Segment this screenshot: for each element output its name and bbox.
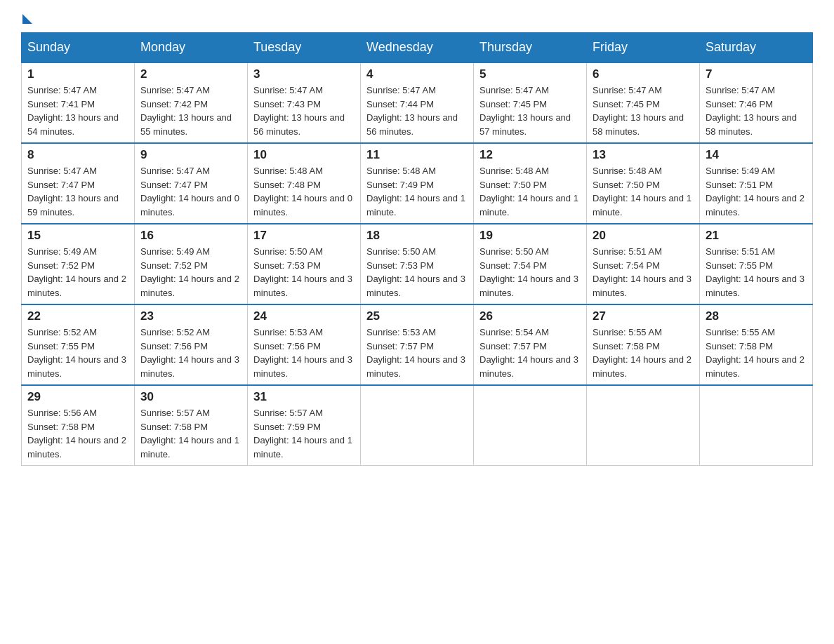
day-info: Sunrise: 5:48 AMSunset: 7:50 PMDaylight:… — [479, 164, 581, 219]
calendar-cell: 9Sunrise: 5:47 AMSunset: 7:47 PMDaylight… — [135, 143, 248, 224]
logo-general — [21, 18, 32, 24]
calendar-cell: 3Sunrise: 5:47 AMSunset: 7:43 PMDaylight… — [248, 62, 361, 143]
day-number: 17 — [253, 229, 355, 243]
day-info: Sunrise: 5:56 AMSunset: 7:58 PMDaylight:… — [27, 406, 128, 461]
day-number: 29 — [27, 390, 128, 404]
day-info: Sunrise: 5:47 AMSunset: 7:43 PMDaylight:… — [253, 83, 355, 138]
day-number: 12 — [479, 148, 581, 162]
day-number: 31 — [253, 390, 355, 404]
day-number: 16 — [140, 229, 241, 243]
calendar-cell: 12Sunrise: 5:48 AMSunset: 7:50 PMDayligh… — [474, 143, 587, 224]
day-number: 13 — [593, 148, 694, 162]
day-info: Sunrise: 5:47 AMSunset: 7:45 PMDaylight:… — [593, 83, 694, 138]
day-info: Sunrise: 5:55 AMSunset: 7:58 PMDaylight:… — [593, 326, 694, 380]
calendar-cell: 18Sunrise: 5:50 AMSunset: 7:53 PMDayligh… — [361, 224, 474, 304]
calendar-cell: 28Sunrise: 5:55 AMSunset: 7:58 PMDayligh… — [700, 304, 813, 385]
day-info: Sunrise: 5:55 AMSunset: 7:58 PMDaylight:… — [706, 326, 807, 380]
week-row-1: 1Sunrise: 5:47 AMSunset: 7:41 PMDaylight… — [22, 62, 813, 143]
calendar-table: SundayMondayTuesdayWednesdayThursdayFrid… — [21, 32, 813, 466]
calendar-cell: 16Sunrise: 5:49 AMSunset: 7:52 PMDayligh… — [135, 224, 248, 304]
page-header — [21, 14, 813, 25]
calendar-cell: 26Sunrise: 5:54 AMSunset: 7:57 PMDayligh… — [474, 304, 587, 385]
day-info: Sunrise: 5:49 AMSunset: 7:52 PMDaylight:… — [27, 245, 128, 300]
calendar-cell: 22Sunrise: 5:52 AMSunset: 7:55 PMDayligh… — [22, 304, 135, 385]
day-number: 26 — [479, 309, 581, 323]
calendar-cell — [474, 385, 587, 466]
calendar-cell — [700, 385, 813, 466]
calendar-cell: 20Sunrise: 5:51 AMSunset: 7:54 PMDayligh… — [587, 224, 700, 304]
calendar-cell: 13Sunrise: 5:48 AMSunset: 7:50 PMDayligh… — [587, 143, 700, 224]
day-number: 23 — [140, 309, 241, 323]
day-info: Sunrise: 5:47 AMSunset: 7:47 PMDaylight:… — [140, 164, 241, 219]
day-number: 18 — [366, 229, 468, 243]
day-info: Sunrise: 5:52 AMSunset: 7:55 PMDaylight:… — [27, 326, 128, 380]
day-info: Sunrise: 5:57 AMSunset: 7:58 PMDaylight:… — [140, 406, 241, 461]
col-header-friday: Friday — [587, 33, 700, 63]
calendar-cell: 8Sunrise: 5:47 AMSunset: 7:47 PMDaylight… — [22, 143, 135, 224]
day-number: 15 — [27, 229, 128, 243]
day-info: Sunrise: 5:50 AMSunset: 7:53 PMDaylight:… — [253, 245, 355, 300]
calendar-cell: 5Sunrise: 5:47 AMSunset: 7:45 PMDaylight… — [474, 62, 587, 143]
calendar-cell: 10Sunrise: 5:48 AMSunset: 7:48 PMDayligh… — [248, 143, 361, 224]
week-row-2: 8Sunrise: 5:47 AMSunset: 7:47 PMDaylight… — [22, 143, 813, 224]
logo-arrow-icon — [22, 14, 32, 24]
day-number: 28 — [706, 309, 807, 323]
calendar-cell: 19Sunrise: 5:50 AMSunset: 7:54 PMDayligh… — [474, 224, 587, 304]
day-info: Sunrise: 5:49 AMSunset: 7:51 PMDaylight:… — [706, 164, 807, 219]
calendar-cell — [587, 385, 700, 466]
calendar-cell: 24Sunrise: 5:53 AMSunset: 7:56 PMDayligh… — [248, 304, 361, 385]
day-number: 11 — [366, 148, 468, 162]
day-number: 8 — [27, 148, 128, 162]
col-header-saturday: Saturday — [700, 33, 813, 63]
day-info: Sunrise: 5:50 AMSunset: 7:53 PMDaylight:… — [366, 245, 468, 300]
day-number: 3 — [253, 67, 355, 81]
calendar-cell: 21Sunrise: 5:51 AMSunset: 7:55 PMDayligh… — [700, 224, 813, 304]
day-number: 25 — [366, 309, 468, 323]
day-info: Sunrise: 5:51 AMSunset: 7:55 PMDaylight:… — [706, 245, 807, 300]
day-info: Sunrise: 5:51 AMSunset: 7:54 PMDaylight:… — [593, 245, 694, 300]
calendar-cell: 14Sunrise: 5:49 AMSunset: 7:51 PMDayligh… — [700, 143, 813, 224]
day-info: Sunrise: 5:50 AMSunset: 7:54 PMDaylight:… — [479, 245, 581, 300]
day-info: Sunrise: 5:57 AMSunset: 7:59 PMDaylight:… — [253, 406, 355, 461]
day-number: 7 — [706, 67, 807, 81]
day-number: 19 — [479, 229, 581, 243]
day-number: 5 — [479, 67, 581, 81]
calendar-cell: 25Sunrise: 5:53 AMSunset: 7:57 PMDayligh… — [361, 304, 474, 385]
day-info: Sunrise: 5:48 AMSunset: 7:49 PMDaylight:… — [366, 164, 468, 219]
day-info: Sunrise: 5:49 AMSunset: 7:52 PMDaylight:… — [140, 245, 241, 300]
calendar-cell: 23Sunrise: 5:52 AMSunset: 7:56 PMDayligh… — [135, 304, 248, 385]
day-number: 22 — [27, 309, 128, 323]
day-number: 10 — [253, 148, 355, 162]
calendar-cell: 1Sunrise: 5:47 AMSunset: 7:41 PMDaylight… — [22, 62, 135, 143]
day-number: 21 — [706, 229, 807, 243]
calendar-cell: 4Sunrise: 5:47 AMSunset: 7:44 PMDaylight… — [361, 62, 474, 143]
calendar-cell: 7Sunrise: 5:47 AMSunset: 7:46 PMDaylight… — [700, 62, 813, 143]
day-info: Sunrise: 5:53 AMSunset: 7:57 PMDaylight:… — [366, 326, 468, 380]
week-row-5: 29Sunrise: 5:56 AMSunset: 7:58 PMDayligh… — [22, 385, 813, 466]
day-number: 24 — [253, 309, 355, 323]
day-number: 2 — [140, 67, 241, 81]
day-info: Sunrise: 5:54 AMSunset: 7:57 PMDaylight:… — [479, 326, 581, 380]
calendar-cell: 6Sunrise: 5:47 AMSunset: 7:45 PMDaylight… — [587, 62, 700, 143]
day-number: 14 — [706, 148, 807, 162]
day-number: 1 — [27, 67, 128, 81]
day-number: 20 — [593, 229, 694, 243]
calendar-cell: 2Sunrise: 5:47 AMSunset: 7:42 PMDaylight… — [135, 62, 248, 143]
col-header-thursday: Thursday — [474, 33, 587, 63]
day-number: 27 — [593, 309, 694, 323]
calendar-cell: 30Sunrise: 5:57 AMSunset: 7:58 PMDayligh… — [135, 385, 248, 466]
calendar-cell: 15Sunrise: 5:49 AMSunset: 7:52 PMDayligh… — [22, 224, 135, 304]
day-info: Sunrise: 5:52 AMSunset: 7:56 PMDaylight:… — [140, 326, 241, 380]
day-info: Sunrise: 5:47 AMSunset: 7:44 PMDaylight:… — [366, 83, 468, 138]
day-info: Sunrise: 5:47 AMSunset: 7:45 PMDaylight:… — [479, 83, 581, 138]
day-number: 9 — [140, 148, 241, 162]
calendar-cell — [361, 385, 474, 466]
calendar-cell: 27Sunrise: 5:55 AMSunset: 7:58 PMDayligh… — [587, 304, 700, 385]
day-info: Sunrise: 5:48 AMSunset: 7:50 PMDaylight:… — [593, 164, 694, 219]
day-headers-row: SundayMondayTuesdayWednesdayThursdayFrid… — [22, 33, 813, 63]
col-header-wednesday: Wednesday — [361, 33, 474, 63]
day-info: Sunrise: 5:47 AMSunset: 7:42 PMDaylight:… — [140, 83, 241, 138]
logo — [21, 14, 32, 25]
col-header-monday: Monday — [135, 33, 248, 63]
col-header-tuesday: Tuesday — [248, 33, 361, 63]
